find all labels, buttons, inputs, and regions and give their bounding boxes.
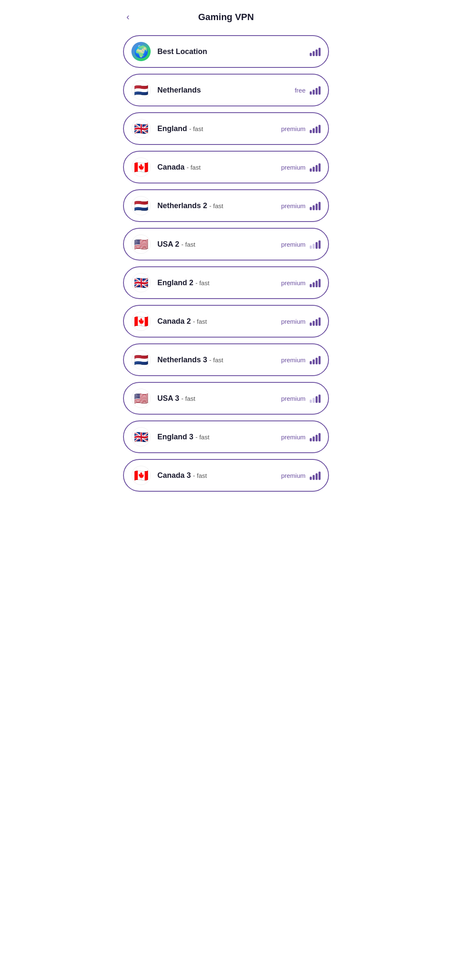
signal-bar [318,125,321,133]
fast-label: - fast [193,472,207,479]
server-name: England 2 - fast [157,279,281,287]
signal-bar [316,49,318,56]
signal-icon [310,471,321,480]
fast-label: - fast [187,164,200,171]
server-name: Canada 3 - fast [157,471,281,480]
server-item-netherlands-3[interactable]: 🇳🇱 Netherlands 3 - fast premium [123,343,329,376]
server-item-england-3[interactable]: 🇬🇧 England 3 - fast premium [123,420,329,453]
server-right: premium [281,355,321,364]
server-item-usa-2[interactable]: 🇺🇸 USA 2 - fast premium [123,228,329,260]
signal-bar [316,396,318,403]
signal-bar [318,279,321,287]
tier-label: premium [281,241,306,248]
server-name: USA 3 - fast [157,394,281,403]
flag-icon-ca: 🇨🇦 [131,466,151,485]
signal-bar [313,321,315,326]
signal-bar [316,281,318,287]
server-item-england[interactable]: 🇬🇧 England - fast premium [123,112,329,145]
signal-bar [316,435,318,441]
signal-bar [313,244,315,249]
signal-bar [313,359,315,364]
signal-bar [310,91,312,95]
signal-bar [316,204,318,210]
back-button[interactable]: ‹ [123,10,133,24]
signal-bar [310,245,312,249]
server-item-best-location[interactable]: 🌍 Best Location [123,35,329,68]
signal-bar [310,207,312,210]
signal-icon [310,201,321,210]
server-right: premium [281,317,321,326]
signal-bar [318,48,321,56]
server-right: premium [281,201,321,210]
signal-bar [310,477,312,480]
signal-bar [316,473,318,480]
tier-label: premium [281,202,306,209]
signal-icon [310,432,321,441]
server-item-netherlands[interactable]: 🇳🇱 Netherlands free [123,74,329,106]
signal-bar [318,86,321,95]
server-right [310,47,321,56]
signal-icon [310,394,321,403]
signal-icon [310,240,321,249]
signal-bar [316,88,318,95]
signal-icon [310,317,321,326]
signal-bar [313,128,315,133]
server-right: premium [281,124,321,133]
flag-icon-us: 🇺🇸 [131,235,151,254]
server-item-usa-3[interactable]: 🇺🇸 USA 3 - fast premium [123,382,329,415]
signal-icon [310,162,321,172]
tier-label: premium [281,472,306,479]
server-item-england-2[interactable]: 🇬🇧 England 2 - fast premium [123,266,329,299]
server-item-canada-2[interactable]: 🇨🇦 Canada 2 - fast premium [123,305,329,338]
tier-label: premium [281,395,306,402]
server-item-canada-3[interactable]: 🇨🇦 Canada 3 - fast premium [123,459,329,492]
fast-label: - fast [209,356,223,364]
server-right: premium [281,240,321,249]
tier-label: premium [281,356,306,364]
server-item-netherlands-2[interactable]: 🇳🇱 Netherlands 2 - fast premium [123,189,329,222]
signal-bar [310,168,312,172]
server-right: premium [281,471,321,480]
server-name: Netherlands 2 - fast [157,201,281,210]
server-name: Netherlands [157,86,295,95]
signal-bar [318,202,321,210]
flag-icon-nl: 🇳🇱 [131,80,151,100]
fast-label: - fast [209,202,223,209]
server-right: premium [281,278,321,287]
flag-icon-gb: 🇬🇧 [131,273,151,292]
signal-bar [318,240,321,249]
fast-label: - fast [193,318,207,325]
flag-icon-gb: 🇬🇧 [131,119,151,138]
fast-label: - fast [181,395,195,402]
flag-icon-us: 🇺🇸 [131,389,151,408]
signal-bar [318,472,321,480]
fast-label: - fast [189,125,203,132]
signal-bar [318,317,321,326]
signal-bar [313,167,315,172]
signal-bar [316,242,318,249]
server-name: Canada - fast [157,163,281,172]
signal-bar [310,361,312,364]
fast-label: - fast [195,279,209,286]
signal-bar [310,53,312,56]
flag-icon-nl: 🇳🇱 [131,196,151,215]
flag-icon-ca: 🇨🇦 [131,157,151,177]
signal-icon [310,85,321,95]
server-name: Netherlands 3 - fast [157,356,281,364]
signal-bar [316,319,318,326]
flag-icon-nl: 🇳🇱 [131,350,151,369]
signal-bar [318,433,321,441]
signal-bar [310,438,312,441]
signal-icon [310,355,321,364]
flag-icon-gb: 🇬🇧 [131,427,151,446]
signal-icon [310,278,321,287]
signal-bar [316,358,318,364]
fast-label: - fast [181,241,195,248]
server-item-canada[interactable]: 🇨🇦 Canada - fast premium [123,151,329,183]
tier-label: premium [281,318,306,325]
signal-bar [318,356,321,364]
tier-label: premium [281,433,306,441]
signal-bar [313,51,315,56]
signal-icon [310,47,321,56]
globe-icon: 🌍 [131,42,151,61]
